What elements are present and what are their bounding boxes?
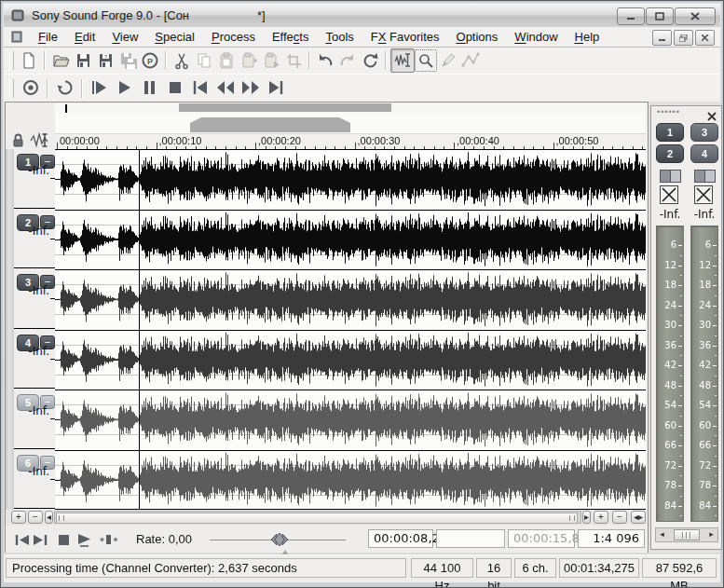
save-icon[interactable] <box>72 49 94 72</box>
meter-scale-label: 54 <box>664 400 676 410</box>
overview-range-top[interactable] <box>179 103 391 112</box>
mdi-restore-button[interactable] <box>674 30 693 46</box>
menu-item-file[interactable]: File <box>30 27 66 47</box>
zoom-out-time-button[interactable]: − <box>612 511 627 524</box>
position-bar[interactable] <box>55 113 646 133</box>
save-as-icon[interactable]: ? <box>94 49 116 72</box>
go-to-start-button[interactable] <box>187 76 212 100</box>
secondary-display[interactable] <box>436 529 505 548</box>
channels-cell[interactable]: 6 ch. <box>514 558 556 578</box>
trim-icon[interactable] <box>282 49 305 72</box>
waveform-display[interactable] <box>55 149 646 510</box>
go-to-end-button[interactable] <box>263 76 288 100</box>
minimize-button[interactable] <box>617 7 645 25</box>
menu-item-help[interactable]: Help <box>567 27 608 47</box>
track-3-gain-label: -Inf. <box>28 284 49 297</box>
menu-item-tools[interactable]: Tools <box>317 27 362 47</box>
pause-button[interactable] <box>137 76 162 100</box>
copy-icon[interactable] <box>193 49 215 72</box>
paste-icon[interactable] <box>215 49 238 72</box>
loop-button[interactable] <box>52 76 77 100</box>
position-display[interactable]: 00:00:08,266 <box>368 529 433 548</box>
close-button[interactable] <box>675 7 716 25</box>
meter-tick <box>713 426 717 427</box>
maximize-button[interactable] <box>646 7 674 25</box>
meter-tick <box>713 405 717 406</box>
length-display[interactable]: 00:00:15,882 <box>508 529 575 548</box>
scroll-right-button[interactable]: ▸ <box>582 511 591 524</box>
document-icon[interactable] <box>10 30 24 44</box>
pencil-icon[interactable] <box>437 49 459 72</box>
channel-pair-icon[interactable] <box>694 169 715 182</box>
record-button[interactable] <box>18 76 43 100</box>
meter-minor-tick <box>715 335 717 336</box>
track-6-gain-label: -Inf. <box>28 465 49 478</box>
play-button[interactable] <box>112 76 137 100</box>
status-bar: Processing time (Channel Converter): 2,6… <box>4 554 720 582</box>
stop-button[interactable] <box>162 76 187 100</box>
scrub-control[interactable] <box>100 530 118 549</box>
menu-item-fx-favorites[interactable]: FX Favorites <box>362 27 448 47</box>
menu-item-window[interactable]: Window <box>506 27 566 47</box>
time-ruler[interactable]: 00:00:00,00:00:10,00:00:20,00:00:30,00:0… <box>55 133 646 150</box>
menu-item-special[interactable]: Special <box>146 27 203 47</box>
meter-channel-1-button[interactable]: 1 <box>656 123 684 142</box>
meter-scale-label: 18 <box>664 280 676 290</box>
visible-range-indicator[interactable] <box>190 117 350 132</box>
rate-slider-thumb[interactable] <box>264 533 295 550</box>
menu-item-process[interactable]: Process <box>203 27 264 47</box>
toolbar-grip[interactable] <box>9 51 14 70</box>
panel-close-icon[interactable] <box>707 108 717 117</box>
play-all-button[interactable] <box>87 76 112 100</box>
play-normal-button[interactable] <box>75 530 94 549</box>
menu-item-options[interactable]: Options <box>448 27 507 47</box>
go-to-end-button[interactable] <box>31 530 49 549</box>
menu-item-edit[interactable]: Edit <box>66 27 103 47</box>
window-controls <box>617 7 716 25</box>
publish-icon[interactable]: P <box>139 49 161 72</box>
meter-channel-3-button[interactable]: 3 <box>690 123 718 142</box>
save-all-icon[interactable] <box>116 49 139 72</box>
scroll-left-button[interactable]: ◂ <box>45 511 53 524</box>
zoom-in-time-button[interactable]: + <box>594 511 608 524</box>
mute-icon[interactable] <box>694 185 713 204</box>
sample-rate-cell[interactable]: 44 100 Hz <box>411 558 473 578</box>
title-bar[interactable]: Sony Sound Forge 9.0 - [Сон *] <box>4 4 720 27</box>
magnify-icon[interactable] <box>415 49 437 72</box>
envelope-icon[interactable] <box>459 49 482 72</box>
edit-tool-icon[interactable] <box>390 48 415 73</box>
meter-channel-2-button[interactable]: 2 <box>656 144 684 163</box>
meter-channel-4-button[interactable]: 4 <box>690 144 718 163</box>
overview-bar[interactable] <box>55 103 646 113</box>
mute-icon[interactable] <box>660 185 678 204</box>
channel-pair-icon[interactable] <box>660 169 680 182</box>
new-icon[interactable] <box>18 49 40 72</box>
open-icon[interactable] <box>49 49 72 72</box>
cut-icon[interactable] <box>171 49 193 72</box>
go-to-start-button[interactable] <box>13 530 32 549</box>
redo-icon[interactable] <box>336 49 359 72</box>
repeat-icon[interactable] <box>359 49 381 72</box>
stop-button[interactable] <box>54 530 73 549</box>
zoom-fit-button[interactable]: ◂▸ <box>631 511 646 524</box>
horizontal-scrollbar[interactable] <box>54 511 581 524</box>
mdi-close-button[interactable] <box>695 30 715 46</box>
meter-tick <box>678 485 682 486</box>
zoom-ratio-display[interactable]: 1:4 096 <box>578 529 645 548</box>
bit-depth-cell[interactable]: 16 bit <box>476 558 512 578</box>
panel-grip[interactable]: •••••• <box>657 107 680 116</box>
mdi-minimize-button[interactable] <box>652 30 672 46</box>
rewind-button[interactable] <box>212 76 238 100</box>
zoom-in-vertical-button[interactable]: + <box>11 511 26 524</box>
zoom-out-vertical-button[interactable]: − <box>28 511 43 524</box>
meter-scale-label: 12 <box>664 260 676 270</box>
forward-button[interactable] <box>238 76 263 100</box>
transport-grip[interactable] <box>9 79 14 98</box>
menu-item-effects[interactable]: Effects <box>264 27 318 47</box>
paste-to-new-icon[interactable] <box>260 49 282 72</box>
mix-paste-icon[interactable] <box>238 49 260 72</box>
undo-icon[interactable] <box>314 49 336 72</box>
length-cell[interactable]: 00:01:34,275 <box>559 558 639 578</box>
menu-item-view[interactable]: View <box>103 27 146 47</box>
scrollbar-thumb[interactable] <box>56 513 578 524</box>
